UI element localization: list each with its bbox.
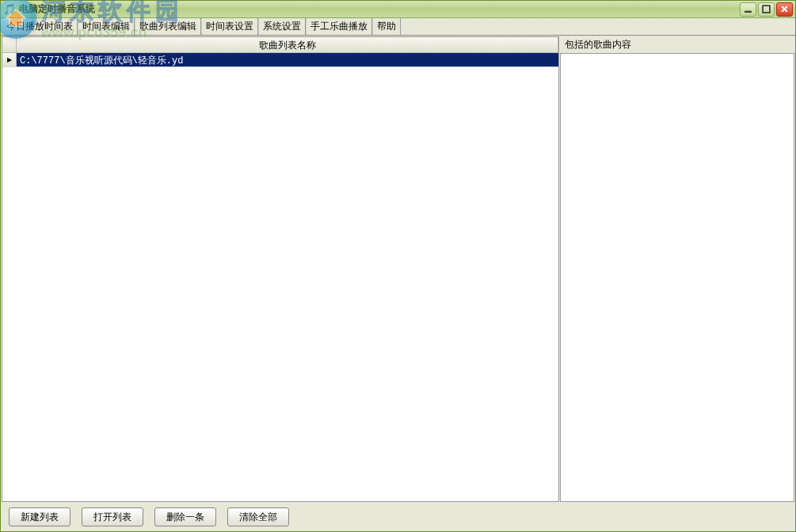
table-row[interactable]: C:\7777\音乐视听源代码\轻音乐.yd [2, 53, 558, 67]
menu-playlist-edit[interactable]: 歌曲列表编辑 [135, 18, 201, 35]
content-area: 歌曲列表名称 C:\7777\音乐视听源代码\轻音乐.yd 包括的歌曲内容 [1, 36, 795, 503]
menubar: 今日播放时间表 时间表编辑 歌曲列表编辑 时间表设置 系统设置 手工乐曲播放 帮… [1, 18, 795, 36]
footer-toolbar: 新建列表 打开列表 删除一条 清除全部 [1, 503, 795, 531]
window-title: 电脑定时播音系统 [19, 2, 740, 16]
left-panel: 歌曲列表名称 C:\7777\音乐视听源代码\轻音乐.yd [1, 36, 560, 503]
svg-rect-0 [745, 11, 752, 13]
svg-rect-1 [763, 6, 770, 13]
open-list-button[interactable]: 打开列表 [82, 507, 143, 526]
titlebar[interactable]: 🎵 电脑定时播音系统 [1, 1, 795, 18]
window-controls [740, 2, 793, 17]
menu-schedule-edit[interactable]: 时间表编辑 [78, 18, 135, 35]
row-marker-header [2, 37, 17, 52]
cell-path[interactable]: C:\7777\音乐视听源代码\轻音乐.yd [17, 53, 558, 67]
grid-header: 歌曲列表名称 [2, 37, 558, 53]
clear-all-button[interactable]: 清除全部 [227, 507, 289, 526]
menu-schedule-settings[interactable]: 时间表设置 [201, 18, 258, 35]
maximize-button[interactable] [758, 2, 775, 17]
minimize-button[interactable] [740, 2, 756, 17]
delete-one-button[interactable]: 删除一条 [154, 507, 216, 526]
menu-help[interactable]: 帮助 [372, 18, 401, 35]
right-panel: 包括的歌曲内容 [560, 36, 794, 502]
grid-body[interactable]: C:\7777\音乐视听源代码\轻音乐.yd [2, 53, 558, 501]
new-list-button[interactable]: 新建列表 [9, 507, 70, 526]
song-content-list[interactable] [560, 53, 794, 502]
playlist-grid[interactable]: 歌曲列表名称 C:\7777\音乐视听源代码\轻音乐.yd [2, 36, 559, 502]
app-window: 🎵 电脑定时播音系统 今日播放时间表 时间表编辑 歌曲列表编辑 时间表设置 系统… [0, 0, 796, 532]
menu-today-schedule[interactable]: 今日播放时间表 [2, 18, 78, 35]
column-header-name[interactable]: 歌曲列表名称 [17, 37, 558, 52]
row-indicator-icon [2, 53, 17, 67]
menu-manual-play[interactable]: 手工乐曲播放 [306, 18, 372, 35]
app-icon: 🎵 [3, 3, 16, 16]
close-button[interactable] [776, 2, 793, 17]
menu-system-settings[interactable]: 系统设置 [258, 18, 306, 35]
right-panel-label: 包括的歌曲内容 [560, 36, 794, 53]
